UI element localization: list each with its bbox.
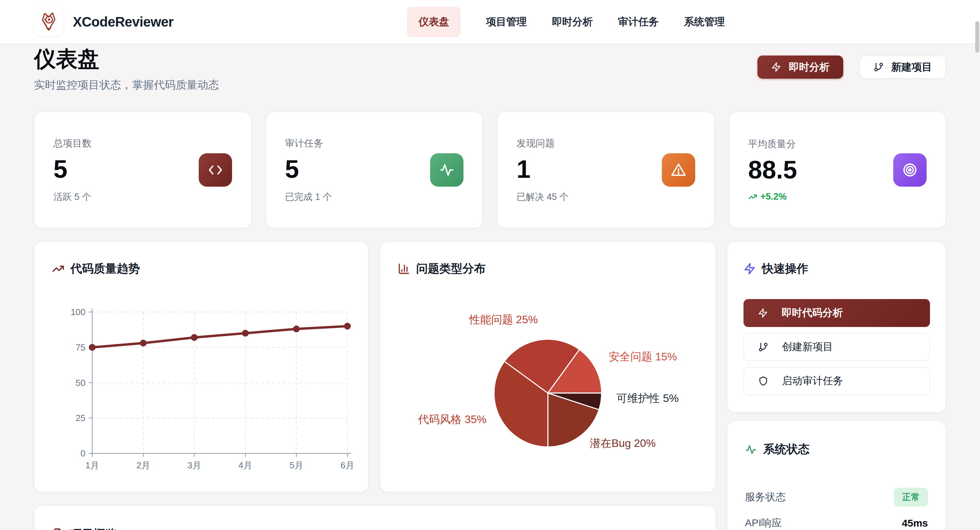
nav-item-audit-tasks[interactable]: 审计任务 bbox=[618, 15, 659, 29]
system-status-rows: 服务状态 正常 API响应 45ms bbox=[745, 484, 928, 530]
pie-label-code-style: 代码风格 35% bbox=[418, 412, 487, 427]
system-status-card: 系统状态 服务状态 正常 API响应 45ms bbox=[727, 421, 946, 530]
new-project-button[interactable]: 新建项目 bbox=[859, 56, 946, 79]
shield-icon bbox=[758, 376, 768, 386]
svg-text:25: 25 bbox=[76, 413, 86, 423]
nav-item-system-admin[interactable]: 系统管理 bbox=[684, 15, 725, 29]
new-project-label: 新建项目 bbox=[891, 60, 932, 74]
svg-text:50: 50 bbox=[76, 377, 86, 388]
quick-actions-title: 快速操作 bbox=[743, 261, 929, 276]
service-status-row: 服务状态 正常 bbox=[745, 484, 928, 510]
activity-icon bbox=[745, 443, 757, 455]
instant-code-analysis-button[interactable]: 即时代码分析 bbox=[743, 299, 930, 327]
svg-text:3月: 3月 bbox=[188, 460, 201, 470]
nav-item-instant-analysis[interactable]: 即时分析 bbox=[552, 15, 593, 29]
stat-label: 审计任务 bbox=[285, 137, 464, 150]
stat-sub: 已完成 1 个 bbox=[285, 191, 464, 203]
svg-text:2月: 2月 bbox=[137, 460, 150, 470]
stat-sub: 已解决 45 个 bbox=[517, 191, 695, 203]
api-response-value: 45ms bbox=[902, 517, 928, 529]
nav-item-projects[interactable]: 项目管理 bbox=[486, 15, 527, 29]
trending-up-icon bbox=[748, 192, 757, 201]
stat-label: 发现问题 bbox=[517, 137, 695, 150]
scrollbar-thumb[interactable] bbox=[975, 21, 979, 53]
create-project-label: 创建新项目 bbox=[782, 340, 833, 354]
quick-actions-card: 快速操作 即时代码分析 创建新项目 启动审计任务 bbox=[727, 241, 946, 412]
service-status-badge: 正常 bbox=[894, 488, 928, 506]
quality-trend-title: 代码质量趋势 bbox=[52, 261, 350, 276]
instant-analysis-label: 即时分析 bbox=[789, 60, 830, 74]
app-title: XCodeReviewer bbox=[73, 14, 173, 30]
target-icon bbox=[893, 153, 927, 187]
stat-label: 总项目数 bbox=[53, 137, 232, 150]
svg-text:0: 0 bbox=[81, 448, 86, 458]
git-branch-icon bbox=[758, 342, 768, 352]
pie-label-maintainability: 可维护性 5% bbox=[616, 391, 679, 406]
project-overview-label: 项目概览 bbox=[70, 526, 117, 530]
trending-up-icon bbox=[52, 263, 64, 275]
issue-pie-chart: 性能问题 25% 安全问题 15% 可维护性 5% 潜在Bug 20% 代码风格… bbox=[380, 242, 716, 493]
activity-icon bbox=[430, 153, 463, 187]
quality-trend-chart: 02550751001月2月3月4月5月6月 bbox=[34, 293, 369, 484]
svg-text:75: 75 bbox=[76, 342, 86, 353]
top-nav: XCodeReviewer 仪表盘 项目管理 即时分析 审计任务 系统管理 bbox=[0, 0, 980, 44]
trend-value: +5.2% bbox=[760, 192, 787, 202]
main-content: 仪表盘 实时监控项目状态，掌握代码质量动态 即时分析 新建项目 总项目数 5 活… bbox=[0, 44, 980, 530]
svg-text:1月: 1月 bbox=[86, 460, 99, 470]
header-actions: 即时分析 新建项目 bbox=[757, 56, 946, 79]
system-status-label: 系统状态 bbox=[763, 441, 810, 457]
stat-trend: +5.2% bbox=[748, 192, 927, 202]
stat-label: 平均质量分 bbox=[748, 137, 927, 150]
api-response-row: API响应 45ms bbox=[745, 510, 928, 530]
app-logo-icon bbox=[34, 7, 63, 37]
zap-icon bbox=[743, 263, 756, 275]
quality-trend-label: 代码质量趋势 bbox=[70, 261, 140, 276]
page-title: 仪表盘 bbox=[34, 46, 219, 72]
nav-menu: 仪表盘 项目管理 即时分析 审计任务 系统管理 bbox=[407, 0, 725, 44]
scrollbar-track[interactable] bbox=[975, 20, 979, 527]
zap-icon bbox=[758, 308, 768, 318]
svg-text:100: 100 bbox=[71, 307, 86, 317]
svg-text:5月: 5月 bbox=[290, 460, 303, 470]
project-overview-title: 项目概览 bbox=[52, 526, 698, 530]
quick-actions-label: 快速操作 bbox=[762, 261, 808, 276]
stat-card-issues-found: 发现问题 1 已解决 45 个 bbox=[497, 112, 714, 228]
zap-icon bbox=[771, 62, 781, 72]
instant-code-analysis-label: 即时代码分析 bbox=[782, 306, 843, 320]
instant-analysis-button[interactable]: 即时分析 bbox=[757, 56, 843, 79]
start-audit-button[interactable]: 启动审计任务 bbox=[743, 367, 930, 395]
service-status-label: 服务状态 bbox=[745, 490, 786, 504]
nav-item-dashboard[interactable]: 仪表盘 bbox=[407, 7, 461, 37]
stat-sub: 活跃 5 个 bbox=[53, 191, 232, 203]
create-project-button[interactable]: 创建新项目 bbox=[743, 333, 930, 361]
charts-row: 代码质量趋势 02550751001月2月3月4月5月6月 问题类型分布 性能问… bbox=[34, 241, 946, 492]
alert-triangle-icon bbox=[662, 153, 695, 187]
api-response-label: API响应 bbox=[745, 516, 782, 530]
git-branch-icon bbox=[873, 62, 884, 72]
page-subtitle: 实时监控项目状态，掌握代码质量动态 bbox=[34, 78, 219, 93]
file-text-icon bbox=[52, 528, 64, 530]
code-icon bbox=[199, 153, 232, 187]
svg-text:4月: 4月 bbox=[239, 460, 252, 470]
issue-distribution-card: 问题类型分布 性能问题 25% 安全问题 15% 可维护性 5% 潜在Bug 2… bbox=[380, 241, 716, 492]
stat-card-audit-tasks: 审计任务 5 已完成 1 个 bbox=[266, 112, 483, 228]
pie-label-performance: 性能问题 25% bbox=[469, 312, 538, 327]
start-audit-label: 启动审计任务 bbox=[782, 374, 843, 388]
system-status-title: 系统状态 bbox=[745, 441, 928, 457]
stat-card-avg-quality: 平均质量分 88.5 +5.2% bbox=[729, 112, 946, 228]
stat-cards: 总项目数 5 活跃 5 个 审计任务 5 已完成 1 个 发现问题 1 已解决 … bbox=[34, 112, 946, 228]
pie-label-security: 安全问题 15% bbox=[609, 350, 677, 364]
pie-label-potential-bug: 潜在Bug 20% bbox=[590, 436, 656, 451]
stat-card-total-projects: 总项目数 5 活跃 5 个 bbox=[34, 112, 251, 228]
page-header: 仪表盘 实时监控项目状态，掌握代码质量动态 即时分析 新建项目 bbox=[34, 46, 946, 93]
svg-text:6月: 6月 bbox=[340, 460, 354, 470]
brand[interactable]: XCodeReviewer bbox=[34, 7, 173, 37]
quality-trend-card: 代码质量趋势 02550751001月2月3月4月5月6月 bbox=[34, 241, 369, 492]
project-overview-card: 项目概览 bbox=[34, 506, 716, 530]
